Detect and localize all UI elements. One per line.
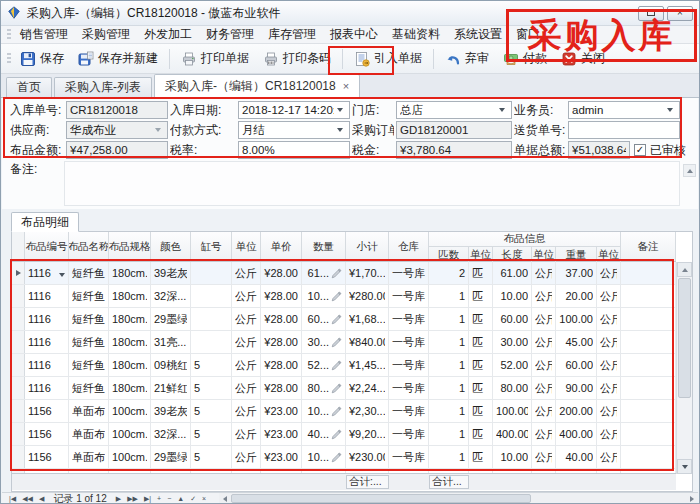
cell-code[interactable]: 1116 xyxy=(25,377,69,399)
menu-basic-data[interactable]: 基础资料 xyxy=(385,26,447,43)
cell-subtotal[interactable]: ¥840.00 xyxy=(346,331,389,353)
print-barcode-button[interactable]: 打印条码 xyxy=(256,47,338,70)
scroll-right-icon[interactable] xyxy=(686,493,698,504)
nav-last-button[interactable]: ▶| xyxy=(141,493,154,504)
cell-length[interactable]: 400.00 xyxy=(493,423,532,445)
menu-sales[interactable]: 销售管理 xyxy=(13,26,75,43)
cell-price[interactable]: ¥28.00 xyxy=(261,331,302,353)
cell-remark[interactable] xyxy=(621,423,676,445)
chevron-down-icon[interactable] xyxy=(334,102,346,118)
table-row[interactable]: 1116短纤鱼...180cm...21鲜红5公斤¥28.0080...¥2,2… xyxy=(12,377,676,400)
cell-pieces_unit[interactable]: 匹 xyxy=(469,400,493,422)
print-document-button[interactable]: 打印单据 xyxy=(174,47,256,70)
chevron-down-icon[interactable] xyxy=(664,102,676,118)
cell-subtotal[interactable]: ¥9,20... xyxy=(346,423,389,445)
save-and-new-button[interactable]: 保存并新建 xyxy=(71,47,165,70)
cell-price[interactable]: ¥28.00 xyxy=(261,308,302,330)
cell-color[interactable]: 39老灰 xyxy=(151,262,191,284)
cell-weight[interactable]: 400.00 xyxy=(556,423,597,445)
menu-settings[interactable]: 系统设置 xyxy=(447,26,509,43)
column-header-weight[interactable]: 重量 xyxy=(556,247,597,262)
chevron-down-icon[interactable] xyxy=(496,102,508,118)
cell-weight_unit[interactable]: 公斤 xyxy=(597,308,621,330)
cell-length[interactable]: 10.00 xyxy=(493,446,532,468)
cell-remark[interactable] xyxy=(621,446,676,468)
cell-unit[interactable]: 公斤 xyxy=(232,331,261,353)
cell-warehouse[interactable]: 一号库 xyxy=(389,262,429,284)
cell-unit[interactable]: 公斤 xyxy=(232,423,261,445)
column-header-pieces[interactable]: 匹数 xyxy=(429,247,469,262)
cell-dyelot[interactable]: 5 xyxy=(191,377,232,399)
nav-next-button[interactable]: ▶ xyxy=(113,493,124,504)
cell-remark[interactable] xyxy=(621,377,676,399)
dropdown-arrow-icon[interactable] xyxy=(59,267,65,279)
cell-name[interactable]: 短纤鱼... xyxy=(69,262,109,284)
cell-weight_unit[interactable]: 公斤 xyxy=(597,377,621,399)
pencil-edit-icon[interactable] xyxy=(331,383,342,394)
cell-spec[interactable]: 180cm... xyxy=(109,331,151,353)
table-row[interactable]: 1116短纤鱼...180cm...29墨绿公斤¥28.0060...¥1,68… xyxy=(12,308,676,331)
cell-code[interactable]: 1116 xyxy=(25,354,69,376)
salesperson-field[interactable]: admin xyxy=(568,101,680,119)
close-form-button[interactable]: 关闭 xyxy=(554,47,612,70)
cell-pieces[interactable]: 2 xyxy=(429,262,469,284)
column-header-subtotal[interactable]: 小计 xyxy=(346,232,389,261)
cell-name[interactable]: 单面布 xyxy=(69,423,109,445)
cell-weight_unit[interactable]: 公斤 xyxy=(597,400,621,422)
tab-close-icon[interactable]: × xyxy=(343,81,349,92)
table-row[interactable]: 1116短纤鱼...180cm...31亮...公斤¥28.0030...¥84… xyxy=(12,331,676,354)
cell-code[interactable]: 1156 xyxy=(25,400,69,422)
column-header-length[interactable]: 长度 xyxy=(493,247,532,262)
cell-qty[interactable]: 10... xyxy=(302,285,346,307)
column-header-name[interactable]: 布品名称 xyxy=(69,232,109,261)
row-indicator[interactable] xyxy=(12,423,25,445)
cell-spec[interactable]: 100cm... xyxy=(109,446,151,468)
cell-color[interactable]: 31亮... xyxy=(151,331,191,353)
table-row[interactable]: 1156单面布100cm...29墨绿5公斤¥23.0010...¥230.00… xyxy=(12,446,676,469)
cell-weight_unit[interactable]: 公斤 xyxy=(597,262,621,284)
cell-warehouse[interactable]: 一号库 xyxy=(389,285,429,307)
cell-length[interactable]: 100.00 xyxy=(493,400,532,422)
column-header-unit[interactable]: 单位 xyxy=(232,232,261,261)
cell-unit[interactable]: 公斤 xyxy=(232,285,261,307)
tab-purchase-inbound-edit[interactable]: 采购入库-（编辑）CR18120018 × xyxy=(154,74,360,97)
cell-code[interactable]: 1116 xyxy=(25,262,69,284)
pencil-edit-icon[interactable] xyxy=(331,337,342,348)
scrollbar-thumb[interactable] xyxy=(231,494,531,503)
column-header-qty[interactable]: 数量 xyxy=(302,232,346,261)
cell-code[interactable]: 1116 xyxy=(25,331,69,353)
cell-length_unit[interactable]: 公斤 xyxy=(532,400,556,422)
nav-delete-button[interactable]: − xyxy=(164,493,174,504)
save-button[interactable]: 保存 xyxy=(13,47,71,70)
pencil-edit-icon[interactable] xyxy=(331,406,342,417)
cell-weight[interactable]: 60.00 xyxy=(556,354,597,376)
cell-remark[interactable] xyxy=(621,285,676,307)
table-row[interactable]: 1116短纤鱼...180cm...32深...公斤¥28.0010...¥28… xyxy=(12,285,676,308)
cell-pieces[interactable]: 1 xyxy=(429,354,469,376)
cell-subtotal[interactable]: ¥1,68... xyxy=(346,308,389,330)
cell-weight[interactable]: 37.00 xyxy=(556,262,597,284)
cell-weight_unit[interactable]: 公斤 xyxy=(597,285,621,307)
cell-remark[interactable] xyxy=(621,262,676,284)
cell-price[interactable]: ¥28.00 xyxy=(261,285,302,307)
cell-weight[interactable]: 90.00 xyxy=(556,377,597,399)
column-header-length_unit[interactable]: 单位 xyxy=(532,247,556,262)
scroll-up-icon[interactable] xyxy=(677,262,692,277)
column-header-dyelot[interactable]: 缸号 xyxy=(191,232,232,261)
cell-qty[interactable]: 52... xyxy=(302,354,346,376)
column-header-code[interactable]: 布品编号 xyxy=(25,232,69,261)
cell-name[interactable]: 短纤鱼... xyxy=(69,285,109,307)
nav-prev-button[interactable]: ◀ xyxy=(36,493,47,504)
cell-unit[interactable]: 公斤 xyxy=(232,377,261,399)
cell-qty[interactable]: 10... xyxy=(302,446,346,468)
pencil-edit-icon[interactable] xyxy=(331,360,342,371)
cell-length[interactable]: 30.00 xyxy=(493,331,532,353)
cell-dyelot[interactable]: 5 xyxy=(191,423,232,445)
delivery-no-field[interactable] xyxy=(568,121,680,139)
nav-next-page-button[interactable]: ▶▶ xyxy=(124,493,141,504)
cell-pieces_unit[interactable]: 匹 xyxy=(469,446,493,468)
cell-dyelot[interactable]: 5 xyxy=(191,354,232,376)
cell-pieces_unit[interactable]: 匹 xyxy=(469,377,493,399)
nav-edit-button[interactable]: ▲ xyxy=(174,493,187,504)
tab-home[interactable]: 首页 xyxy=(6,77,52,97)
